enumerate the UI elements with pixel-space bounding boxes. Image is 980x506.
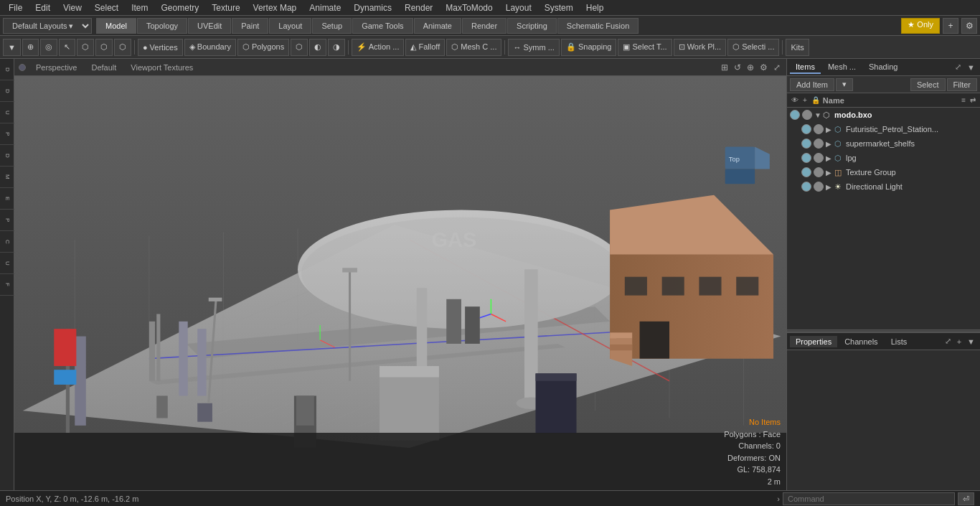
vis-btn2-light[interactable] <box>814 182 824 192</box>
lock-icon[interactable]: 🔒 <box>810 96 821 104</box>
mesh-btn-3[interactable]: ⬡ <box>114 39 131 56</box>
tab-items[interactable]: Items <box>790 61 821 74</box>
filter-button[interactable]: Filter <box>947 78 977 91</box>
menu-texture[interactable]: Texture <box>206 1 245 14</box>
left-panel-btn-m[interactable]: M <box>0 167 14 188</box>
vp-reset-btn[interactable]: ↺ <box>732 61 743 74</box>
tab-animate[interactable]: Animate <box>414 18 461 34</box>
menu-animate[interactable]: Animate <box>303 1 347 14</box>
viewport-perspective[interactable]: Perspective <box>32 62 81 73</box>
item-row-petrol[interactable]: ▶ ⬡ Futuristic_Petrol_Station... <box>787 122 980 136</box>
tab-model[interactable]: Model <box>96 18 136 34</box>
vis-btn2-shelfs[interactable] <box>814 139 824 149</box>
menu-layout[interactable]: Layout <box>500 1 537 14</box>
prop-settings-icon[interactable]: ▼ <box>965 337 977 346</box>
command-input[interactable] <box>783 492 955 505</box>
vis-btn2-petrol[interactable] <box>814 124 824 134</box>
command-execute-btn[interactable]: ⏎ <box>958 492 974 505</box>
menu-file[interactable]: File <box>3 1 28 14</box>
menu-vertex-map[interactable]: Vertex Map <box>248 1 303 14</box>
item-row-texture[interactable]: ▶ ◫ Texture Group <box>787 165 980 179</box>
transform-btn[interactable]: ↖ <box>59 39 75 56</box>
item-row-lpg[interactable]: ▶ ⬡ lpg <box>787 151 980 165</box>
tab-uvedit[interactable]: UVEdit <box>188 18 231 34</box>
vis-btn2-root[interactable] <box>802 110 812 120</box>
mesh-c-btn[interactable]: ⬡ Mesh C ... <box>446 39 501 56</box>
poly-mode-btn[interactable]: ⬡ <box>291 39 308 56</box>
left-panel-btn-d1[interactable]: D <box>0 59 14 80</box>
vis-btn-light[interactable] <box>801 182 811 192</box>
vertices-btn[interactable]: ● Vertices <box>138 39 183 56</box>
collapse-all-icon[interactable]: ≡ <box>960 96 967 104</box>
vis-btn-shelfs[interactable] <box>801 139 811 149</box>
vis-btn-2[interactable]: ◑ <box>328 39 345 56</box>
viewport-canvas[interactable]: GAS <box>14 76 786 490</box>
expand-lpg[interactable]: ▶ <box>826 154 834 162</box>
mesh-btn-1[interactable]: ⬡ <box>77 39 94 56</box>
tab-lists[interactable]: Lists <box>885 336 913 347</box>
vis-btn2-texture[interactable] <box>814 167 824 177</box>
expand-root[interactable]: ▼ <box>814 111 823 119</box>
menu-dynamics[interactable]: Dynamics <box>348 1 397 14</box>
tab-mesh[interactable]: Mesh ... <box>822 61 862 74</box>
viewport-textures[interactable]: Viewport Textures <box>126 62 197 73</box>
settings-button[interactable]: ⚙ <box>961 18 977 34</box>
menu-geometry[interactable]: Geometry <box>156 1 205 14</box>
left-panel-btn-p1[interactable]: P <box>0 123 14 145</box>
star-only-button[interactable]: ★ Only <box>901 18 940 34</box>
tab-properties[interactable]: Properties <box>790 336 837 347</box>
items-dropdown-btn[interactable]: ▾ <box>836 78 853 91</box>
tab-layout[interactable]: Layout <box>269 18 311 34</box>
boundary-btn[interactable]: ◈ Boundary <box>184 39 236 56</box>
tab-paint[interactable]: Paint <box>232 18 268 34</box>
tab-channels[interactable]: Channels <box>839 336 883 347</box>
menu-select[interactable]: Select <box>89 1 124 14</box>
arrow-icon[interactable]: ⇄ <box>969 96 977 104</box>
eye-icon[interactable]: 👁 <box>790 96 800 104</box>
expand-shelfs[interactable]: ▶ <box>826 140 834 148</box>
menu-view[interactable]: View <box>57 1 88 14</box>
work-pl-btn[interactable]: ⊡ Work Pl... <box>674 39 727 56</box>
vis-btn-1[interactable]: ◐ <box>309 39 326 56</box>
menu-help[interactable]: Help <box>580 1 610 14</box>
left-panel-btn-f[interactable]: F <box>0 274 14 296</box>
polygons-btn[interactable]: ⬡ Polygons <box>237 39 289 56</box>
vis-btn-root[interactable] <box>790 110 800 120</box>
panel-resize-icon[interactable]: ⤢ <box>953 62 963 72</box>
kits-btn[interactable]: Kits <box>786 39 809 56</box>
prop-expand-icon[interactable]: ⤢ <box>943 337 953 346</box>
select-t-btn[interactable]: ▣ Select T... <box>618 39 672 56</box>
panel-settings-icon[interactable]: ▼ <box>965 63 977 72</box>
menu-edit[interactable]: Edit <box>29 1 56 14</box>
vis-btn-petrol[interactable] <box>801 124 811 134</box>
vp-fit-btn[interactable]: ⊞ <box>720 61 730 74</box>
left-panel-btn-e[interactable]: E <box>0 188 14 210</box>
menu-item[interactable]: Item <box>126 1 154 14</box>
expand-texture[interactable]: ▶ <box>826 169 834 177</box>
vis-btn-lpg[interactable] <box>801 153 811 163</box>
left-panel-btn-d3[interactable]: D <box>0 145 14 167</box>
left-panel-btn-u[interactable]: U <box>0 102 14 123</box>
item-row-shelfs[interactable]: ▶ ⬡ supermarket_shelfs <box>787 136 980 151</box>
action-btn[interactable]: ⚡ Action ... <box>352 39 404 56</box>
tab-shading[interactable]: Shading <box>863 61 903 74</box>
add-item-button[interactable]: Add Item <box>790 78 834 91</box>
left-panel-btn-c[interactable]: C <box>0 231 14 253</box>
tab-render[interactable]: Render <box>462 18 507 34</box>
menu-maxtomodo[interactable]: MaxToModo <box>440 1 498 14</box>
item-row-root[interactable]: ▼ ⬡ modo.bxo <box>787 108 980 122</box>
vis-btn-texture[interactable] <box>801 167 811 177</box>
tab-schematic-fusion[interactable]: Schematic Fusion <box>557 18 639 34</box>
symm-btn[interactable]: ↔ Symm ... <box>508 39 559 56</box>
tab-scripting[interactable]: Scripting <box>507 18 557 34</box>
falloff-btn[interactable]: ◭ Falloff <box>405 39 445 56</box>
vp-settings-btn[interactable]: ⚙ <box>758 61 769 74</box>
menu-system[interactable]: System <box>539 1 579 14</box>
selecti-btn[interactable]: ⬡ Selecti ... <box>727 39 779 56</box>
item-row-light[interactable]: ▶ ☀ Directional Light <box>787 179 980 194</box>
center-btn[interactable]: ⊕ <box>22 39 39 56</box>
add-layout-button[interactable]: + <box>943 18 958 34</box>
orbit-btn[interactable]: ◎ <box>40 39 57 56</box>
expand-petrol[interactable]: ▶ <box>826 126 834 133</box>
layout-dropdown[interactable]: Default Layouts ▾ <box>3 18 92 34</box>
